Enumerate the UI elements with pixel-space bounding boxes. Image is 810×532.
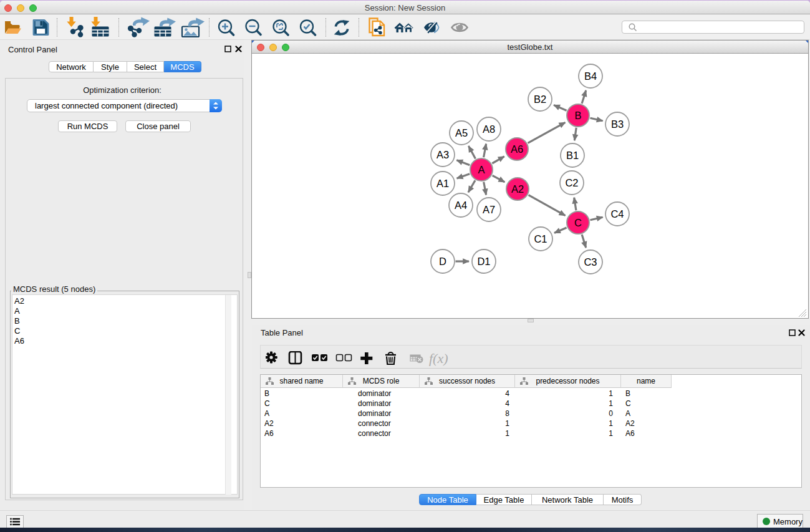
svg-text:D1: D1 [477, 256, 490, 267]
svg-text:C: C [574, 217, 582, 228]
svg-text:C2: C2 [565, 177, 578, 188]
svg-text:A7: A7 [483, 204, 495, 215]
svg-text:C1: C1 [534, 233, 547, 244]
svg-text:A5: A5 [455, 127, 468, 138]
svg-text:A4: A4 [455, 200, 467, 211]
svg-text:C3: C3 [584, 256, 597, 268]
svg-text:B2: B2 [534, 94, 546, 105]
svg-text:A1: A1 [436, 178, 449, 189]
svg-text:A3: A3 [436, 149, 449, 160]
svg-text:B4: B4 [584, 70, 597, 82]
svg-text:B: B [574, 110, 581, 121]
svg-text:D: D [439, 256, 446, 267]
svg-text:A2: A2 [511, 183, 524, 195]
svg-text:B1: B1 [566, 150, 579, 161]
svg-text:f(x): f(x) [429, 351, 448, 366]
svg-text:A6: A6 [511, 143, 523, 155]
svg-text:A: A [478, 164, 485, 175]
svg-text:A8: A8 [483, 123, 495, 135]
svg-text:B3: B3 [611, 118, 624, 130]
svg-text:C4: C4 [610, 208, 624, 220]
